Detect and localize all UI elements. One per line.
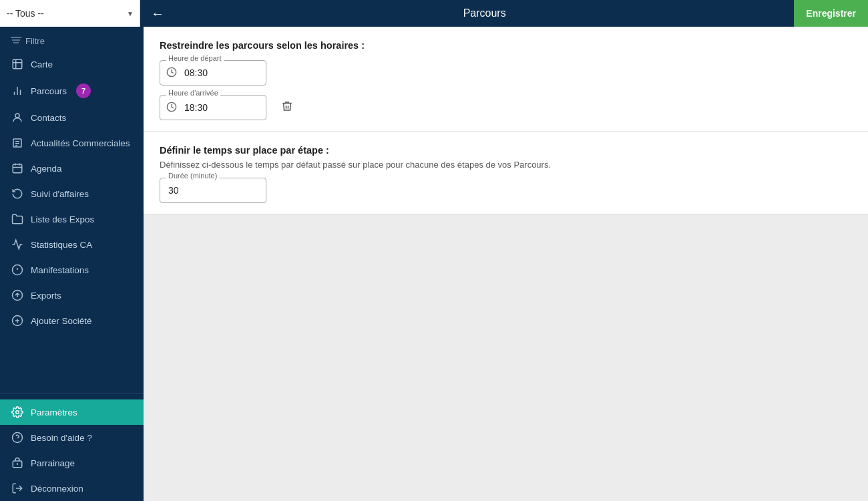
sidebar-bottom: Paramètres Besoin d'aide ? Parrainage Dé… xyxy=(0,388,144,501)
aide-icon xyxy=(11,432,24,444)
sidebar: Filtre Carte Parcours 7 Contacts A xyxy=(0,27,144,501)
sidebar-item-suivi[interactable]: Suivi d'affaires xyxy=(0,181,144,206)
filter-icon xyxy=(11,36,21,46)
sidebar-item-label-exports: Exports xyxy=(31,291,61,301)
sidebar-item-parcours[interactable]: Parcours 7 xyxy=(0,77,144,105)
heure-arrivee-row: Heure d'arrivée xyxy=(160,95,440,120)
page-title: Parcours xyxy=(175,7,794,19)
sidebar-item-actualites[interactable]: Actualités Commerciales xyxy=(0,130,144,156)
carte-icon xyxy=(11,58,24,70)
heure-depart-input[interactable] xyxy=(160,60,266,86)
exports-icon xyxy=(11,289,24,301)
sidebar-item-exports[interactable]: Exports xyxy=(0,283,144,308)
agenda-icon xyxy=(11,162,24,174)
sidebar-item-carte[interactable]: Carte xyxy=(0,51,144,77)
sidebar-item-contacts[interactable]: Contacts xyxy=(0,105,144,130)
tous-dropdown-wrap[interactable]: -- Tous -- xyxy=(0,0,140,27)
duree-section: Définir le temps sur place par étape : D… xyxy=(144,132,868,214)
parcours-icon xyxy=(11,85,24,97)
sidebar-item-stats[interactable]: Statistiques CA xyxy=(0,232,144,257)
sidebar-item-label-agenda: Agenda xyxy=(31,164,62,174)
filter-item[interactable]: Filtre xyxy=(0,29,144,51)
sidebar-item-label-parrainage: Parrainage xyxy=(31,458,75,468)
contacts-icon xyxy=(11,112,24,124)
ajouter-icon xyxy=(11,315,24,327)
sidebar-item-expos[interactable]: Liste des Expos xyxy=(0,206,144,232)
sidebar-item-label-stats: Statistiques CA xyxy=(31,240,92,250)
layout: Filtre Carte Parcours 7 Contacts A xyxy=(0,27,868,501)
svg-point-24 xyxy=(16,411,19,414)
sidebar-item-label-contacts: Contacts xyxy=(31,113,66,123)
duree-input[interactable] xyxy=(160,178,266,203)
suivi-icon xyxy=(11,188,24,200)
filter-label: Filtre xyxy=(25,36,45,46)
parcours-badge: 7 xyxy=(76,84,91,98)
duree-title: Définir le temps sur place par étape : xyxy=(160,145,852,156)
horaires-title: Restreindre les parcours selon les horai… xyxy=(160,40,852,51)
sidebar-item-label-aide: Besoin d'aide ? xyxy=(31,433,92,443)
duree-desc: Définissez ci-dessous le temps par défau… xyxy=(160,160,852,170)
sidebar-divider xyxy=(0,393,144,394)
main-content: Restreindre les parcours selon les horai… xyxy=(144,27,868,501)
heure-arrivee-wrap: Heure d'arrivée xyxy=(160,95,266,120)
horaires-fields: Heure de départ Heure d'arrivée xyxy=(160,60,440,120)
grey-area xyxy=(144,214,868,501)
sidebar-item-label-carte: Carte xyxy=(31,59,53,69)
svg-point-7 xyxy=(15,114,19,118)
sidebar-item-label-ajouter: Ajouter Société xyxy=(31,316,92,326)
back-button[interactable]: ← xyxy=(140,0,175,27)
sidebar-item-label-deconnexion: Déconnexion xyxy=(31,484,83,494)
stats-icon xyxy=(11,238,24,251)
parametres-icon xyxy=(11,406,24,418)
sidebar-item-deconnexion[interactable]: Déconnexion xyxy=(0,476,144,501)
topbar: -- Tous -- ← Parcours Enregistrer xyxy=(0,0,868,27)
horaires-section: Restreindre les parcours selon les horai… xyxy=(144,27,868,132)
sidebar-item-manifestations[interactable]: Manifestations xyxy=(0,257,144,283)
sidebar-item-agenda[interactable]: Agenda xyxy=(0,156,144,181)
sidebar-item-aide[interactable]: Besoin d'aide ? xyxy=(0,425,144,450)
sidebar-item-parrainage[interactable]: Parrainage xyxy=(0,450,144,476)
heure-arrivee-input[interactable] xyxy=(160,95,266,120)
sidebar-item-label-parametres: Paramètres xyxy=(31,407,77,418)
delete-arrivee-button[interactable] xyxy=(278,98,296,118)
sidebar-item-label-suivi: Suivi d'affaires xyxy=(31,189,89,199)
svg-rect-12 xyxy=(13,164,22,173)
parrainage-icon xyxy=(11,457,24,469)
deconnexion-icon xyxy=(11,482,24,494)
sidebar-item-parametres[interactable]: Paramètres xyxy=(0,399,144,425)
sidebar-item-ajouter[interactable]: Ajouter Société xyxy=(0,308,144,333)
actualites-icon xyxy=(11,137,24,149)
heure-arrivee-label: Heure d'arrivée xyxy=(166,89,220,97)
svg-rect-3 xyxy=(13,59,22,69)
heure-depart-wrap: Heure de départ xyxy=(160,60,440,86)
sidebar-item-label-expos: Liste des Expos xyxy=(31,214,94,224)
sidebar-item-label-actualites: Actualités Commerciales xyxy=(31,138,130,148)
tous-dropdown[interactable]: -- Tous -- xyxy=(0,0,140,27)
expos-icon xyxy=(11,213,24,225)
duree-wrap: Durée (minute) xyxy=(160,178,266,203)
save-button[interactable]: Enregistrer xyxy=(794,0,868,27)
duree-label: Durée (minute) xyxy=(166,172,219,180)
sidebar-item-label-parcours: Parcours xyxy=(31,86,67,96)
sidebar-item-label-manifestations: Manifestations xyxy=(31,265,89,275)
heure-depart-label: Heure de départ xyxy=(166,54,224,62)
manifestations-icon xyxy=(11,264,24,276)
